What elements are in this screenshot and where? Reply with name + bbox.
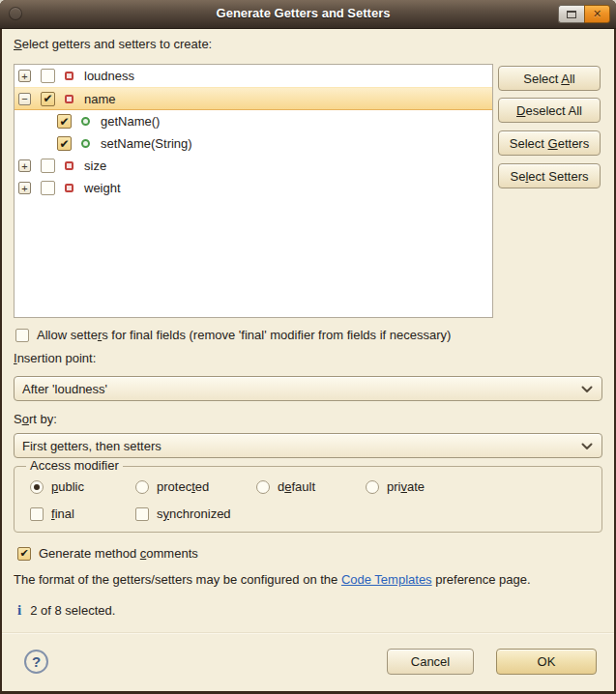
- status-text: 2 of 8 selected.: [30, 603, 115, 618]
- radio-protected-option[interactable]: protected: [135, 479, 209, 494]
- method-icon: [81, 139, 90, 148]
- radio-public-label: public: [51, 479, 84, 494]
- window-controls: ✕: [558, 5, 610, 23]
- select-getters-button[interactable]: Select Getters: [498, 130, 601, 156]
- dialog-body: Select getters and setters to create: + …: [2, 29, 614, 691]
- field-icon: [65, 72, 73, 80]
- window-title: Generate Getters and Setters: [58, 6, 548, 20]
- tree-row-name[interactable]: − name: [15, 87, 492, 110]
- synchronized-checkbox[interactable]: [135, 507, 149, 521]
- expand-icon[interactable]: +: [18, 70, 31, 82]
- help-icon: ?: [32, 653, 41, 670]
- deselect-all-button[interactable]: Deselect All: [498, 98, 601, 123]
- field-icon: [65, 95, 73, 103]
- radio-protected-label: protected: [157, 479, 209, 494]
- allow-setters-label: Allow setters for final fields (remove '…: [37, 328, 451, 342]
- final-option[interactable]: final: [30, 506, 74, 521]
- expand-icon[interactable]: +: [18, 159, 31, 172]
- button-bar-divider: [2, 632, 614, 633]
- field-icon: [65, 161, 73, 170]
- row-checkbox[interactable]: [41, 69, 55, 83]
- synchronized-label: synchronized: [157, 506, 231, 521]
- allow-setters-option[interactable]: Allow setters for final fields (remove '…: [15, 328, 451, 342]
- maximize-button[interactable]: [558, 5, 584, 23]
- tree-row-setname[interactable]: setName(String): [15, 132, 492, 155]
- ok-button[interactable]: OK: [496, 649, 597, 675]
- tree-row-label: setName(String): [101, 136, 192, 151]
- chevron-down-icon: [581, 443, 593, 450]
- access-modifier-legend: Access modifier: [26, 458, 123, 473]
- getter-setter-tree[interactable]: + loudness − name getName() setName(Stri…: [14, 64, 493, 318]
- select-all-button[interactable]: Select All: [498, 66, 601, 91]
- generate-comments-option[interactable]: Generate method comments: [17, 546, 198, 561]
- tree-row-label: loudness: [84, 69, 134, 83]
- sort-by-label: Sort by:: [14, 412, 57, 426]
- row-checkbox[interactable]: [41, 181, 55, 195]
- row-checkbox[interactable]: [41, 159, 55, 173]
- row-checkbox[interactable]: [57, 114, 72, 129]
- status-line: i 2 of 8 selected.: [17, 602, 115, 619]
- insertion-point-label: Insertion point:: [14, 351, 96, 365]
- field-icon: [65, 184, 73, 192]
- tree-row-label: weight: [84, 181, 121, 195]
- radio-default-option[interactable]: default: [256, 479, 315, 494]
- final-checkbox[interactable]: [30, 507, 44, 521]
- tree-row-weight[interactable]: + weight: [15, 177, 492, 199]
- tree-row-loudness[interactable]: + loudness: [15, 65, 492, 87]
- tree-row-size[interactable]: + size: [15, 155, 492, 177]
- row-checkbox[interactable]: [41, 92, 55, 106]
- close-button[interactable]: ✕: [584, 5, 610, 23]
- titlebar[interactable]: Generate Getters and Setters ✕: [0, 0, 616, 29]
- insertion-point-select[interactable]: After 'loudness': [14, 376, 602, 401]
- radio-protected[interactable]: [135, 480, 149, 494]
- generate-comments-label: Generate method comments: [39, 546, 198, 561]
- radio-default[interactable]: [256, 480, 270, 494]
- radio-private-option[interactable]: private: [366, 479, 425, 494]
- select-getters-label: Select getters and setters to create:: [14, 37, 212, 51]
- radio-private[interactable]: [366, 480, 379, 494]
- radio-public-option[interactable]: public: [30, 479, 84, 494]
- allow-setters-checkbox[interactable]: [15, 329, 29, 342]
- insertion-point-value: After 'loudness': [22, 382, 107, 396]
- access-modifier-group: Access modifier public protected default…: [14, 466, 602, 533]
- tree-row-label: name: [84, 92, 116, 106]
- maximize-icon: [567, 11, 576, 18]
- radio-default-label: default: [278, 479, 315, 494]
- final-label: final: [51, 506, 74, 521]
- generate-comments-checkbox[interactable]: [17, 547, 31, 561]
- select-setters-button[interactable]: Select Setters: [498, 163, 601, 188]
- sort-by-value: First getters, then setters: [22, 439, 161, 453]
- tree-row-label: getName(): [101, 114, 160, 129]
- sort-by-select[interactable]: First getters, then setters: [14, 433, 602, 458]
- chevron-down-icon: [581, 386, 593, 393]
- cancel-button[interactable]: Cancel: [387, 649, 474, 675]
- row-checkbox[interactable]: [57, 136, 72, 151]
- code-templates-link[interactable]: Code Templates: [341, 572, 432, 587]
- method-icon: [81, 117, 90, 126]
- info-icon: i: [17, 602, 21, 619]
- synchronized-option[interactable]: synchronized: [135, 506, 231, 521]
- close-icon: ✕: [593, 8, 601, 20]
- code-templates-note: The format of the getters/setters may be…: [14, 572, 605, 587]
- help-button[interactable]: ?: [24, 650, 48, 674]
- collapse-icon[interactable]: −: [18, 93, 31, 105]
- tree-row-label: size: [84, 159, 106, 173]
- dialog-window: Generate Getters and Setters ✕ Select ge…: [0, 0, 616, 694]
- radio-private-label: private: [387, 479, 425, 494]
- tree-row-getname[interactable]: getName(): [15, 110, 492, 132]
- expand-icon[interactable]: +: [18, 182, 31, 194]
- window-menu-icon: [9, 7, 22, 20]
- radio-public[interactable]: [30, 480, 44, 494]
